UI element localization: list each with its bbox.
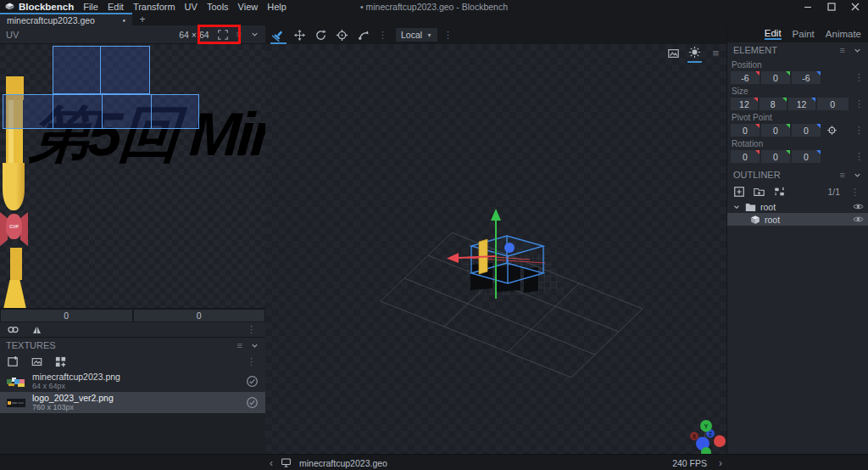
outliner-cube-row[interactable]: root	[727, 213, 868, 226]
visibility-eye-icon[interactable]	[853, 215, 864, 224]
menu-tools[interactable]: Tools	[207, 2, 229, 12]
crosshair-icon	[826, 125, 837, 136]
uv-offset-x-input[interactable]: 0	[1, 310, 132, 322]
pivot-row: 0 0 0 ⋮	[727, 124, 868, 137]
rotation-z-input[interactable]: 0	[792, 150, 821, 163]
rotation-y-input[interactable]: 0	[761, 150, 790, 163]
menu-uv[interactable]: UV	[185, 2, 198, 12]
size-x-input[interactable]: 12	[731, 98, 758, 110]
size-y-input[interactable]: 8	[760, 98, 787, 110]
center-pivot-button[interactable]	[825, 124, 839, 137]
import-texture-icon[interactable]	[7, 355, 19, 368]
menu-help[interactable]: Help	[267, 2, 287, 12]
viewport-menu-icon[interactable]: ≡	[709, 48, 721, 59]
vertex-snap-tool-button[interactable]	[354, 26, 372, 43]
status-prev-icon[interactable]: ‹	[270, 457, 273, 469]
add-cube-icon[interactable]	[733, 186, 745, 198]
element-menu-icon[interactable]: ≡	[837, 46, 848, 55]
pivot-tool-icon	[336, 29, 348, 42]
new-tab-button[interactable]: +	[136, 13, 149, 25]
status-next-icon[interactable]: ›	[719, 457, 722, 469]
outliner-menu-icon[interactable]: ≡	[837, 171, 848, 180]
chevron-down-icon[interactable]	[853, 171, 862, 180]
move-tool-button[interactable]	[270, 26, 287, 43]
uv-offset-y-input[interactable]: 0	[134, 310, 265, 322]
texture-stitch-icon[interactable]	[54, 355, 67, 368]
close-icon[interactable]	[851, 3, 860, 11]
visibility-eye-icon[interactable]	[853, 202, 864, 211]
pivot-y-input[interactable]: 0	[761, 124, 790, 137]
chevron-down-icon[interactable]	[250, 341, 259, 350]
pivot-kebab-icon[interactable]: ⋮	[852, 126, 866, 135]
maximize-icon[interactable]	[827, 3, 836, 11]
tab-edit[interactable]: Edit	[765, 28, 782, 40]
uv-face-bottom[interactable]	[100, 46, 150, 94]
space-mode-dropdown[interactable]: Local ▼	[396, 28, 437, 42]
mirror-icon[interactable]	[31, 324, 42, 335]
uv-tools-kebab-icon[interactable]: ⋮	[244, 325, 259, 334]
rotation-kebab-icon[interactable]: ⋮	[852, 152, 866, 161]
textures-toolbar: ⋮	[0, 353, 265, 371]
add-group-icon[interactable]	[753, 186, 765, 198]
tab-paint[interactable]: Paint	[793, 29, 815, 39]
tab-minecraftcup2023[interactable]: minecraftcup2023.geo ●	[0, 13, 132, 25]
shading-sun-icon[interactable]	[688, 46, 701, 59]
position-y-input[interactable]: 0	[761, 71, 790, 84]
size-inflate-input[interactable]: 0	[817, 98, 849, 110]
pivot-x-input[interactable]: 0	[731, 124, 760, 137]
uv-menu-icon[interactable]: ≡	[234, 30, 244, 39]
textures-toolbar-kebab-icon[interactable]: ⋮	[244, 357, 259, 366]
texture-item-minecraftcup[interactable]: minecraftcup2023.png 64 x 64px	[0, 371, 265, 392]
chevron-down-icon[interactable]	[853, 46, 862, 55]
texture-trophy-top	[2, 44, 24, 76]
frame-icon[interactable]	[218, 30, 228, 40]
pivot-tool-button[interactable]	[333, 26, 351, 43]
texture-assigned-check-icon[interactable]	[246, 375, 259, 388]
background-image-icon[interactable]	[667, 48, 680, 59]
position-z-input[interactable]: -6	[792, 71, 821, 84]
size-row: 12 8 12 0 ⋮	[727, 98, 868, 110]
element-panel-title: ELEMENT	[733, 45, 777, 55]
cup-badge-text: CUP	[9, 224, 19, 229]
texture-item-logo[interactable]: logo_2023_ver2.png 760 x 103px	[0, 392, 265, 413]
tab-animate[interactable]: Animate	[826, 29, 861, 39]
outliner-group-row[interactable]: root	[727, 200, 868, 213]
outliner-kebab-icon[interactable]: ⋮	[848, 187, 862, 197]
texture-thumbnail	[7, 399, 25, 407]
position-x-input[interactable]: -6	[731, 71, 760, 84]
uv-face-sides[interactable]	[3, 94, 199, 129]
toolbar-kebab-icon[interactable]: ⋮	[376, 31, 390, 40]
textures-panel-header: TEXTURES ≡	[0, 338, 265, 353]
menu-view[interactable]: View	[238, 2, 259, 12]
menu-edit[interactable]: Edit	[108, 2, 124, 12]
minimize-icon[interactable]	[804, 3, 812, 11]
status-filename: minecraftcup2023.geo	[299, 458, 387, 468]
collapse-chevron-icon[interactable]	[732, 203, 741, 211]
outliner-counter: 1/1	[827, 187, 840, 197]
rotation-x-input[interactable]: 0	[731, 150, 760, 163]
pivot-z-input[interactable]: 0	[792, 124, 821, 137]
viewport-3d[interactable]: ≡	[265, 44, 726, 454]
position-kebab-icon[interactable]: ⋮	[852, 73, 866, 82]
textures-menu-icon[interactable]: ≡	[235, 341, 245, 350]
size-kebab-icon[interactable]: ⋮	[852, 99, 866, 109]
uv-face-top[interactable]	[53, 46, 101, 94]
tabbar: minecraftcup2023.geo ● +	[0, 13, 868, 25]
chevron-down-icon[interactable]	[250, 30, 259, 39]
link-icon[interactable]	[7, 324, 19, 335]
blockbench-window: Blockbench File Edit Transform UV Tools …	[0, 0, 868, 470]
texture-assigned-check-icon[interactable]	[246, 396, 259, 409]
toolbar-kebab2-icon[interactable]: ⋮	[441, 31, 455, 40]
menu-file[interactable]: File	[83, 2, 98, 12]
texture-size: 64 x 64px	[32, 382, 120, 390]
sort-outliner-icon[interactable]	[773, 186, 786, 198]
resize-tool-button[interactable]	[291, 26, 309, 43]
size-label: Size	[727, 84, 868, 98]
rotate-tool-button[interactable]	[312, 26, 330, 43]
vertex-snap-tool-icon	[357, 29, 370, 42]
uv-editor-canvas[interactable]: CUP 第5回 Minecraftカップ	[0, 44, 265, 309]
create-texture-icon[interactable]	[31, 356, 43, 368]
menu-transform[interactable]: Transform	[133, 2, 175, 12]
orientation-gizmo[interactable]: Z X Y	[690, 420, 726, 454]
size-z-input[interactable]: 12	[788, 98, 815, 110]
